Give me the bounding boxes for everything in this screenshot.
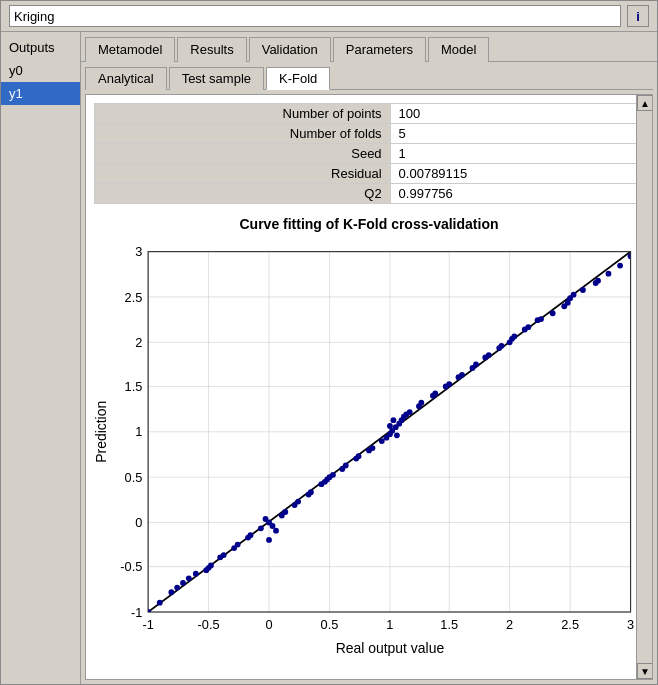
svg-point-44 (282, 510, 288, 516)
svg-point-94 (550, 311, 556, 317)
svg-point-32 (221, 553, 227, 559)
y-tick-label: 0 (135, 516, 142, 531)
stat-value-2: 1 (390, 144, 643, 164)
stat-value-0: 100 (390, 104, 643, 124)
chart-area: -1 -0.5 0 0.5 1 1.5 2 2.5 3 Real outpu (90, 236, 648, 675)
svg-point-74 (418, 400, 424, 406)
title-input[interactable] (9, 5, 621, 27)
svg-point-64 (384, 435, 390, 441)
svg-point-103 (617, 263, 623, 269)
svg-point-68 (394, 433, 400, 439)
svg-point-91 (525, 325, 531, 331)
chart-container: Curve fitting of K-Fold cross-validation (86, 212, 652, 679)
svg-point-59 (370, 446, 376, 452)
svg-point-22 (157, 600, 163, 606)
svg-point-101 (595, 278, 601, 284)
tab-bar-top: Metamodel Results Validation Parameters … (81, 32, 657, 62)
svg-point-36 (248, 533, 254, 539)
table-row: Residual 0.00789115 (95, 164, 644, 184)
svg-point-60 (379, 439, 385, 445)
table-row: Number of points 100 (95, 104, 644, 124)
x-tick-label: 2.5 (561, 618, 579, 633)
chart-title: Curve fitting of K-Fold cross-validation (239, 216, 498, 232)
tab-bar-sub: Analytical Test sample K-Fold (85, 66, 653, 90)
svg-point-84 (486, 353, 492, 359)
scrollbar-track[interactable] (637, 111, 652, 663)
scrollbar-up-button[interactable]: ▲ (637, 95, 653, 111)
sidebar-item-y1[interactable]: y1 (1, 82, 80, 105)
svg-point-98 (571, 292, 577, 298)
stat-value-4: 0.997756 (390, 184, 643, 204)
svg-point-30 (203, 568, 209, 574)
svg-point-39 (270, 524, 276, 530)
svg-point-52 (330, 472, 336, 478)
svg-point-89 (511, 334, 517, 340)
svg-point-21 (145, 610, 151, 616)
stats-table: Number of points 100 Number of folds 5 S… (94, 103, 644, 204)
tab-kfold[interactable]: K-Fold (266, 67, 330, 90)
tab-analytical[interactable]: Analytical (85, 67, 167, 90)
scrollbar-down-button[interactable]: ▼ (637, 663, 653, 679)
table-row: Q2 0.997756 (95, 184, 644, 204)
y-tick-label: -0.5 (120, 560, 142, 575)
svg-point-24 (174, 585, 180, 591)
svg-point-78 (446, 382, 452, 388)
stat-label-4: Q2 (95, 184, 391, 204)
stat-value-1: 5 (390, 124, 643, 144)
svg-point-66 (387, 424, 393, 430)
x-tick-label: 1 (386, 618, 393, 633)
svg-point-27 (193, 571, 199, 577)
main-content: Outputs y0 y1 Metamodel Results Validati… (1, 32, 657, 684)
svg-point-41 (266, 537, 272, 543)
sidebar-item-y0[interactable]: y0 (1, 59, 80, 82)
svg-point-104 (628, 254, 634, 260)
svg-point-55 (343, 463, 349, 469)
tab-metamodel[interactable]: Metamodel (85, 37, 175, 62)
content-area: Number of points 100 Number of folds 5 S… (85, 94, 653, 680)
x-tick-label: 0 (265, 618, 272, 633)
x-tick-label: 3 (627, 618, 634, 633)
main-window: i Outputs y0 y1 Metamodel Results Valida… (0, 0, 658, 685)
svg-point-40 (263, 517, 269, 523)
y-tick-label: 3 (135, 245, 142, 260)
svg-point-102 (606, 271, 612, 277)
table-row: Number of folds 5 (95, 124, 644, 144)
y-tick-label: -1 (131, 605, 142, 620)
scrollbar: ▲ ▼ (636, 95, 652, 679)
stat-value-3: 0.00789115 (390, 164, 643, 184)
svg-point-37 (258, 526, 264, 532)
svg-point-26 (186, 576, 192, 582)
svg-point-25 (180, 580, 186, 586)
x-tick-label: 2 (506, 618, 513, 633)
tab-validation[interactable]: Validation (249, 37, 331, 62)
tab-results[interactable]: Results (177, 37, 246, 62)
svg-point-86 (499, 343, 505, 349)
svg-point-53 (324, 477, 330, 483)
tab-model[interactable]: Model (428, 37, 489, 62)
svg-point-80 (459, 372, 465, 378)
sidebar: Outputs y0 y1 (1, 32, 81, 684)
svg-point-88 (507, 340, 513, 346)
svg-point-99 (580, 288, 586, 294)
x-tick-label: 1.5 (440, 618, 458, 633)
svg-point-76 (432, 391, 438, 397)
y-tick-label: 1 (135, 425, 142, 440)
tab-parameters[interactable]: Parameters (333, 37, 426, 62)
svg-point-82 (473, 362, 479, 368)
svg-point-93 (538, 317, 544, 323)
svg-point-67 (391, 418, 397, 424)
svg-point-34 (235, 542, 241, 548)
svg-point-23 (168, 590, 174, 596)
stat-label-1: Number of folds (95, 124, 391, 144)
tab-test-sample[interactable]: Test sample (169, 67, 264, 90)
y-tick-label: 2 (135, 335, 142, 350)
svg-point-71 (407, 410, 413, 416)
x-tick-label: 0.5 (321, 618, 339, 633)
right-panel: Metamodel Results Validation Parameters … (81, 32, 657, 684)
scatter-points (145, 254, 633, 616)
y-tick-label: 1.5 (125, 380, 143, 395)
y-tick-label: 0.5 (125, 470, 143, 485)
svg-point-42 (273, 528, 279, 534)
info-button[interactable]: i (627, 5, 649, 27)
title-bar: i (1, 1, 657, 32)
